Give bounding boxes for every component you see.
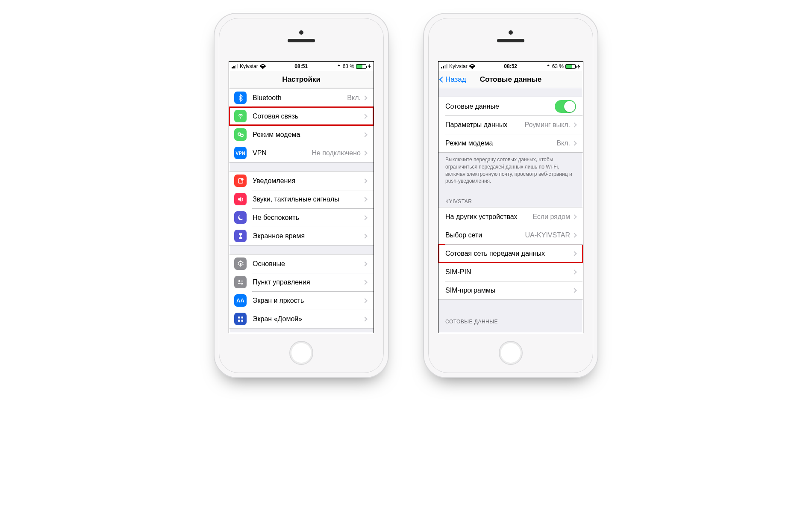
group-connectivity: Bluetooth Вкл. Сотовая связь <box>229 88 374 163</box>
row-hotspot[interactable]: Режим модема <box>229 125 374 144</box>
row-label: Основные <box>253 260 363 268</box>
signal-icon <box>441 64 447 68</box>
battery-pct: 63 % <box>343 63 354 69</box>
chevron-right-icon <box>362 298 367 303</box>
nav-back-label: Назад <box>445 75 466 84</box>
row-label: Не беспокоить <box>253 214 363 222</box>
row-data-options[interactable]: Параметры данных Роуминг выкл. <box>438 115 583 134</box>
row-control-center[interactable]: Пункт управления <box>229 273 374 291</box>
status-right: 63 % <box>337 63 371 69</box>
row-label: Режим модема <box>445 139 556 147</box>
chevron-right-icon <box>572 288 577 293</box>
group-data: Сотовые данные Параметры данных Роуминг … <box>438 97 583 153</box>
chevron-right-icon <box>362 178 367 183</box>
row-label: Экранное время <box>253 232 363 240</box>
row-bluetooth[interactable]: Bluetooth Вкл. <box>229 89 374 107</box>
row-label: Звуки, тактильные сигналы <box>253 195 363 203</box>
cellular-data-toggle[interactable] <box>555 100 576 113</box>
status-right: 63 % <box>546 63 580 69</box>
wifi-icon <box>469 64 475 69</box>
row-label: Выбор сети <box>445 231 525 239</box>
chevron-right-icon <box>572 214 577 219</box>
row-label: Режим модема <box>253 131 363 139</box>
cellular-list[interactable]: Сотовые данные Параметры данных Роуминг … <box>438 88 583 333</box>
row-general[interactable]: Основные <box>229 255 374 273</box>
svg-rect-9 <box>238 317 240 319</box>
group-carrier: На других устройствах Если рядом Выбор с… <box>438 207 583 300</box>
row-network-select[interactable]: Выбор сети UA-KYIVSTAR <box>438 226 583 244</box>
nav-bar: Назад Сотовые данные <box>438 71 583 88</box>
row-label: Сотовые данные <box>445 103 555 110</box>
gear-icon <box>234 258 247 270</box>
status-left: Kyivstar <box>232 63 266 69</box>
chevron-right-icon <box>362 215 367 220</box>
row-detail: Не подключено <box>312 149 361 157</box>
row-dnd[interactable]: Не беспокоить <box>229 208 374 227</box>
row-label: Сотовая связь <box>253 112 363 120</box>
speaker-slot <box>497 39 524 42</box>
bluetooth-icon <box>234 92 247 104</box>
hourglass-icon <box>234 230 247 242</box>
chevron-right-icon <box>362 234 367 238</box>
svg-rect-11 <box>238 320 240 322</box>
home-button[interactable] <box>499 341 523 365</box>
row-screentime[interactable]: Экранное время <box>229 227 374 245</box>
row-hotspot[interactable]: Режим модема Вкл. <box>438 134 583 152</box>
row-sounds[interactable]: Звуки, тактильные сигналы <box>229 190 374 208</box>
group-alerts: Уведомления Звуки, тактильные сигналы <box>229 171 374 246</box>
svg-point-3 <box>241 178 243 181</box>
row-label: VPN <box>253 149 312 157</box>
home-button[interactable] <box>289 341 313 365</box>
nav-bar: Настройки <box>229 71 374 88</box>
chevron-right-icon <box>572 122 577 127</box>
chevron-right-icon <box>362 151 367 155</box>
row-cellular[interactable]: Сотовая связь <box>229 107 374 125</box>
chevron-right-icon <box>362 114 367 118</box>
chevron-right-icon <box>362 197 367 201</box>
svg-rect-12 <box>241 320 243 322</box>
control-center-icon <box>234 276 247 288</box>
nav-title: Настройки <box>282 75 321 84</box>
group-footer: Выключите передачу сотовых данных, чтобы… <box>438 153 583 188</box>
svg-point-5 <box>238 280 240 281</box>
screen-right: Kyivstar 08:52 63 % Назад Сотовые данные <box>438 61 583 333</box>
battery-icon <box>565 64 576 69</box>
location-icon <box>337 65 341 68</box>
camera-dot <box>509 30 513 35</box>
row-data-toggle[interactable]: Сотовые данные <box>438 97 583 115</box>
row-detail: Роуминг выкл. <box>524 121 570 129</box>
row-detail: Если рядом <box>533 213 570 221</box>
svg-rect-10 <box>241 317 243 319</box>
phone-frame-right: Kyivstar 08:52 63 % Назад Сотовые данные <box>423 13 598 378</box>
cellular-icon <box>234 110 247 122</box>
row-home-screen[interactable]: Экран «Домой» <box>229 310 374 328</box>
row-detail: Вкл. <box>556 139 570 147</box>
svg-point-0 <box>238 133 241 135</box>
row-notifications[interactable]: Уведомления <box>229 172 374 190</box>
chevron-right-icon <box>362 132 367 137</box>
row-data-network[interactable]: Сотовая сеть передачи данных <box>438 244 583 263</box>
status-left: Kyivstar <box>441 63 475 69</box>
phone-frame-left: Kyivstar 08:51 63 % Настройки <box>214 13 389 378</box>
row-label: Пункт управления <box>253 278 363 286</box>
vpn-icon: VPN <box>234 147 247 159</box>
row-vpn[interactable]: VPN VPN Не подключено <box>229 144 374 162</box>
row-sim-apps[interactable]: SIM-программы <box>438 281 583 299</box>
svg-point-7 <box>241 283 242 284</box>
row-label: SIM-программы <box>445 287 573 294</box>
row-sim-pin[interactable]: SIM-PIN <box>438 263 583 281</box>
chevron-right-icon <box>572 251 577 256</box>
settings-list[interactable]: Bluetooth Вкл. Сотовая связь <box>229 88 374 333</box>
row-other-devices[interactable]: На других устройствах Если рядом <box>438 207 583 226</box>
nav-back-button[interactable]: Назад <box>440 75 466 84</box>
charging-icon <box>368 64 371 69</box>
clock: 08:52 <box>504 63 517 69</box>
group-header-usage: СОТОВЫЕ ДАННЫЕ <box>438 313 583 327</box>
chevron-left-icon <box>439 76 445 82</box>
chevron-right-icon <box>572 269 577 274</box>
row-label: Bluetooth <box>253 94 347 102</box>
wifi-icon <box>260 64 266 69</box>
location-icon <box>547 65 550 68</box>
row-label: SIM-PIN <box>445 268 573 276</box>
row-display[interactable]: AA Экран и яркость <box>229 291 374 310</box>
